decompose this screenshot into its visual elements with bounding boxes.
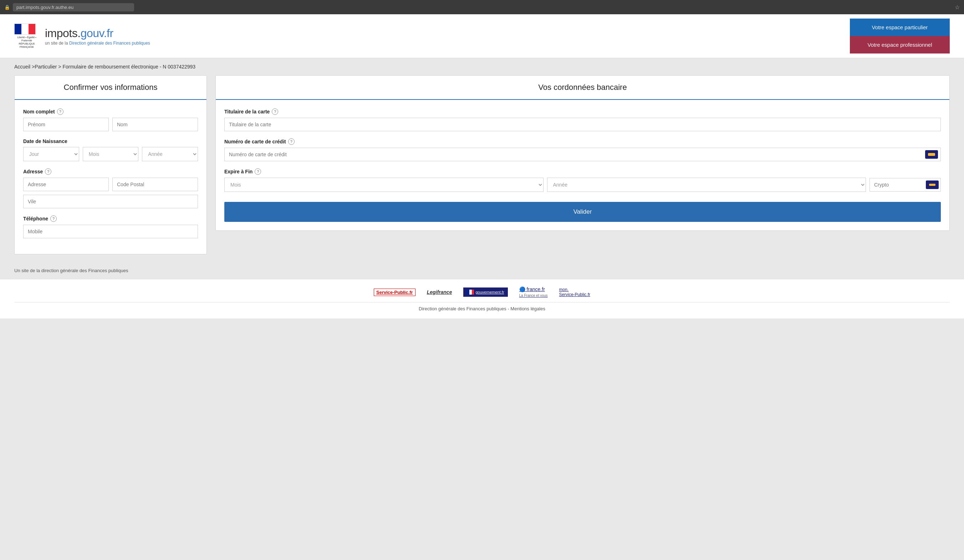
left-card-body: Nom complet ? Date de Naissance Jour xyxy=(15,100,207,254)
left-card-title: Confirmer vos informations xyxy=(23,83,198,92)
republic-flag xyxy=(14,24,36,34)
bottom-footer: Service-Public.fr Legifrance gouvernemen… xyxy=(0,279,964,319)
card-icon-visa xyxy=(925,150,938,159)
flag-red xyxy=(29,24,35,34)
titulaire-label: Titulaire de la carte ? xyxy=(224,108,941,115)
nom-complet-inputs xyxy=(23,118,198,131)
expire-annee-select[interactable]: Année xyxy=(547,177,866,192)
footer-logo-gouvernement[interactable]: gouvernement.fr xyxy=(463,288,508,297)
right-card-body: Titulaire de la carte ? Numéro de carte … xyxy=(216,100,949,230)
expire-group: Expire à Fin ? Mois Année xyxy=(224,168,941,192)
titulaire-input[interactable] xyxy=(224,118,941,131)
ville-input[interactable] xyxy=(23,195,198,208)
main-content: Confirmer vos informations Nom complet ?… xyxy=(0,75,964,265)
date-naissance-label: Date de Naissance xyxy=(23,138,198,144)
breadcrumb: Accueil >Particulier > Formulaire de rem… xyxy=(14,64,950,70)
adresse-label: Adresse ? xyxy=(23,168,198,175)
code-postal-input[interactable] xyxy=(112,177,198,191)
nom-complet-group: Nom complet ? xyxy=(23,108,198,131)
adresse-help-icon[interactable]: ? xyxy=(45,168,51,175)
mobile-input[interactable] xyxy=(23,225,198,238)
adresse-row1 xyxy=(23,177,198,191)
left-card-header: Confirmer vos informations xyxy=(15,76,207,100)
footer-logo-mon-service-public[interactable]: mon.Service-Public.fr xyxy=(559,287,590,297)
crypto-card-icon xyxy=(926,181,939,189)
site-title: impots.gouv.fr xyxy=(45,27,150,40)
mois-select[interactable]: Mois xyxy=(83,147,139,161)
flag-white xyxy=(21,24,28,34)
valider-button[interactable]: Valider xyxy=(224,202,941,222)
right-card: Vos cordonnées bancaire Titulaire de la … xyxy=(215,75,950,231)
site-header: Liberté • Égalité • Fraternité RÉPUBLIQU… xyxy=(0,14,964,58)
lock-icon: 🔒 xyxy=(4,5,10,10)
nom-input[interactable] xyxy=(112,118,198,131)
expire-label: Expire à Fin ? xyxy=(224,168,941,175)
adresse-input[interactable] xyxy=(23,177,109,191)
site-subtitle: un site de la Direction générale des Fin… xyxy=(45,41,150,46)
numero-carte-help-icon[interactable]: ? xyxy=(288,138,295,145)
btn-espace-professionnel[interactable]: Votre espace professionnel xyxy=(850,36,950,54)
republic-text: Liberté • Égalité • Fraternité RÉPUBLIQU… xyxy=(14,36,39,49)
btn-espace-particulier[interactable]: Votre espace particulier xyxy=(850,18,950,36)
expire-selects: Mois Année xyxy=(224,177,941,192)
expire-help-icon[interactable]: ? xyxy=(255,168,261,175)
left-card: Confirmer vos informations Nom complet ?… xyxy=(14,75,207,254)
date-naissance-selects: Jour Mois Année xyxy=(23,147,198,161)
url-bar[interactable]: part.impots.gouv.fr.authe.eu xyxy=(13,3,134,11)
numero-carte-input-wrap xyxy=(224,148,941,161)
footer-text: Un site de la direction générale des Fin… xyxy=(0,265,964,279)
numero-carte-input[interactable] xyxy=(224,148,941,161)
titulaire-help-icon[interactable]: ? xyxy=(272,108,278,115)
flag-blue xyxy=(15,24,21,34)
footer-logo-legifrance[interactable]: Legifrance xyxy=(427,289,452,295)
annee-select[interactable]: Année xyxy=(142,147,198,161)
footer-logo-france-fr[interactable]: 🔵 france.frLa France et vous xyxy=(519,287,548,298)
expire-mois-select[interactable]: Mois xyxy=(224,177,544,192)
numero-carte-label: Numéro de carte de crédit ? xyxy=(224,138,941,145)
browser-bar: 🔒 part.impots.gouv.fr.authe.eu ☆ xyxy=(0,0,964,14)
header-buttons: Votre espace particulier Votre espace pr… xyxy=(850,18,950,54)
breadcrumb-area: Accueil >Particulier > Formulaire de rem… xyxy=(0,58,964,75)
telephone-group: Téléphone ? xyxy=(23,215,198,238)
republic-logo: Liberté • Égalité • Fraternité RÉPUBLIQU… xyxy=(14,24,39,49)
right-card-title: Vos cordonnées bancaire xyxy=(224,83,941,92)
date-naissance-group: Date de Naissance Jour Mois Année xyxy=(23,138,198,161)
numero-carte-group: Numéro de carte de crédit ? xyxy=(224,138,941,161)
footer-logos: Service-Public.fr Legifrance gouvernemen… xyxy=(14,287,950,298)
telephone-help-icon[interactable]: ? xyxy=(50,215,57,222)
crypto-input-wrap xyxy=(870,178,941,192)
titulaire-group: Titulaire de la carte ? xyxy=(224,108,941,131)
star-icon[interactable]: ☆ xyxy=(955,4,960,11)
nom-complet-help-icon[interactable]: ? xyxy=(57,108,64,115)
footer-legal: Direction générale des Finances publique… xyxy=(14,302,950,311)
footer-logo-service-public[interactable]: Service-Public.fr xyxy=(374,288,415,296)
adresse-group: Adresse ? xyxy=(23,168,198,208)
prenom-input[interactable] xyxy=(23,118,109,131)
nom-complet-label: Nom complet ? xyxy=(23,108,198,115)
logo-area: Liberté • Égalité • Fraternité RÉPUBLIQU… xyxy=(14,24,150,49)
right-card-header: Vos cordonnées bancaire xyxy=(216,76,949,100)
jour-select[interactable]: Jour xyxy=(23,147,79,161)
telephone-label: Téléphone ? xyxy=(23,215,198,222)
site-title-area: impots.gouv.fr un site de la Direction g… xyxy=(45,27,150,46)
